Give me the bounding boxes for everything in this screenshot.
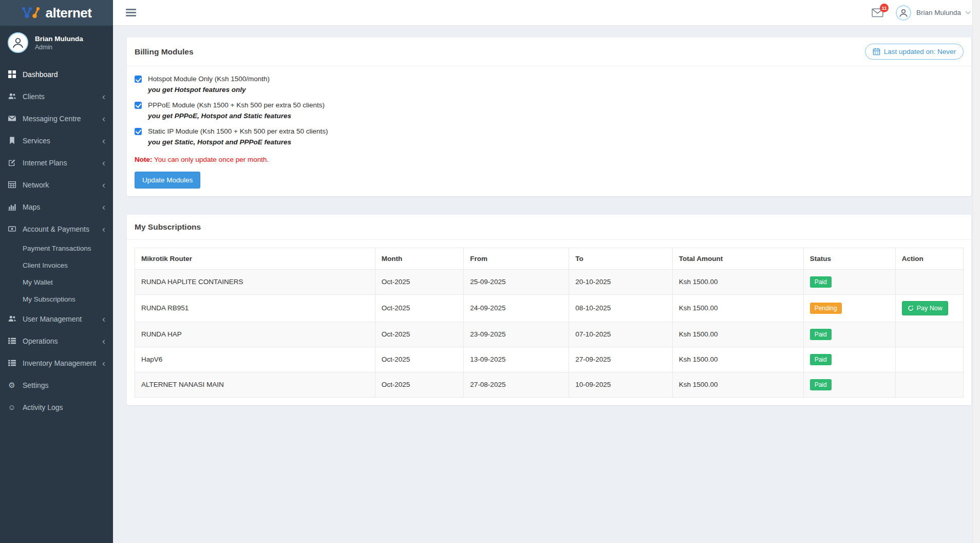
sidebar-subitem-my-wallet[interactable]: My Wallet	[0, 274, 113, 291]
column-header-to: To	[569, 248, 673, 269]
brand-name: alternet	[46, 6, 92, 20]
sidebar-subitem-my-subscriptions[interactable]: My Subscriptions	[0, 291, 113, 308]
users-icon	[8, 315, 16, 323]
list-icon	[8, 359, 16, 367]
sidebar-item-services[interactable]: Services‹	[0, 129, 113, 152]
module-label: Hotspot Module Only (Ksh 1500/month)	[148, 74, 270, 85]
to-cell: 27-09-2025	[569, 347, 673, 372]
sidebar-submenu: Payment TransactionsClient InvoicesMy Wa…	[0, 240, 113, 308]
main-content: Billing Modules Last updated on: Never H…	[113, 26, 980, 543]
user-avatar-icon	[896, 5, 911, 21]
action-cell	[895, 347, 963, 372]
sidebar-item-activity-logs[interactable]: ☺Activity Logs	[0, 396, 113, 418]
to-cell: 08-10-2025	[569, 294, 673, 322]
sidebar-item-label: Network	[23, 181, 49, 189]
table-row: RUNDA HAPOct-202523-09-202507-10-2025Ksh…	[135, 322, 964, 347]
subscriptions-panel: My Subscriptions Mikrotik RouterMonthFro…	[127, 215, 971, 405]
module-description: you get PPPoE, Hotspot and Static featur…	[148, 111, 325, 122]
sidebar-item-label: Services	[23, 137, 50, 145]
status-badge: Paid	[810, 329, 832, 340]
sidebar-item-label: Maps	[23, 203, 40, 211]
messages-icon[interactable]: 11	[872, 8, 883, 19]
sidebar-item-user-management[interactable]: User Management‹	[0, 308, 113, 330]
pay-now-button[interactable]: Pay Now	[902, 301, 948, 315]
sidebar-item-clients[interactable]: Clients‹	[0, 85, 113, 107]
module-checkbox[interactable]	[135, 128, 142, 135]
to-cell: 20-10-2025	[569, 269, 673, 294]
status-cell: Pending	[803, 294, 895, 322]
module-row: Static IP Module (Ksh 1500 + Ksh 500 per…	[135, 126, 964, 148]
update-modules-button[interactable]: Update Modules	[135, 172, 200, 189]
module-label: PPPoE Module (Ksh 1500 + Ksh 500 per ext…	[148, 100, 325, 111]
scrollbar[interactable]	[972, 0, 980, 543]
from-cell: 25-09-2025	[464, 269, 569, 294]
action-cell	[895, 322, 963, 347]
module-checkbox[interactable]	[135, 102, 142, 109]
status-cell: Paid	[803, 347, 895, 372]
amount-cell: Ksh 1500.00	[672, 269, 803, 294]
calendar-icon	[873, 48, 880, 55]
column-header-total-amount: Total Amount	[672, 248, 803, 269]
month-cell: Oct-2025	[375, 347, 464, 372]
edit-icon	[8, 159, 16, 167]
amount-cell: Ksh 1500.00	[672, 347, 803, 372]
gear-icon: ⚙	[8, 381, 16, 389]
sidebar-item-label: Messaging Centre	[23, 115, 81, 123]
sidebar-subitem-client-invoices[interactable]: Client Invoices	[0, 257, 113, 274]
table-row: ALTERNET NANASI MAINOct-202527-08-202510…	[135, 372, 964, 397]
status-cell: Paid	[803, 322, 895, 347]
module-description: you get Hotspot features only	[148, 85, 270, 96]
sidebar-item-label: Activity Logs	[23, 403, 63, 411]
amount-cell: Ksh 1500.00	[672, 294, 803, 322]
router-cell: HapV6	[135, 347, 375, 372]
sidebar: alternet Brian Mulunda Admin DashboardCl…	[0, 0, 113, 543]
column-header-month: Month	[375, 248, 464, 269]
sidebar-item-dashboard[interactable]: Dashboard	[0, 63, 113, 85]
module-row: Hotspot Module Only (Ksh 1500/month)you …	[135, 74, 964, 96]
status-cell: Paid	[803, 372, 895, 397]
last-updated-button[interactable]: Last updated on: Never	[865, 44, 964, 60]
sidebar-subitem-payment-transactions[interactable]: Payment Transactions	[0, 240, 113, 257]
user-menu[interactable]: Brian Mulunda	[896, 5, 970, 21]
to-cell: 07-10-2025	[569, 322, 673, 347]
list-icon	[8, 337, 16, 345]
month-cell: Oct-2025	[375, 322, 464, 347]
from-cell: 24-09-2025	[464, 294, 569, 322]
table-row: RUNDA HAPLITE CONTAINERSOct-202525-09-20…	[135, 269, 964, 294]
sidebar-item-operations[interactable]: Operations‹	[0, 330, 113, 352]
sidebar-item-inventory-management[interactable]: Inventory Management‹	[0, 352, 113, 374]
sidebar-item-network[interactable]: Network‹	[0, 174, 113, 196]
sidebar-menu: DashboardClients‹Messaging Centre‹Servic…	[0, 63, 113, 418]
users-icon	[8, 92, 16, 101]
sidebar-item-settings[interactable]: ⚙Settings	[0, 374, 113, 396]
sidebar-item-label: Internet Plans	[23, 159, 67, 167]
status-badge: Pending	[810, 303, 842, 314]
envelope-icon	[8, 115, 16, 123]
from-cell: 27-08-2025	[464, 372, 569, 397]
column-header-status: Status	[803, 248, 895, 269]
brand-logo[interactable]: alternet	[0, 0, 113, 26]
action-cell	[895, 372, 963, 397]
hamburger-menu-icon[interactable]	[126, 9, 136, 16]
router-cell: RUNDA HAPLITE CONTAINERS	[135, 269, 375, 294]
sidebar-item-messaging-centre[interactable]: Messaging Centre‹	[0, 107, 113, 129]
billing-modules-title: Billing Modules	[135, 47, 194, 57]
topbar-user-name: Brian Mulunda	[916, 9, 961, 16]
sidebar-item-maps[interactable]: Maps‹	[0, 196, 113, 218]
update-warning: Note: You can only update once per month…	[135, 156, 964, 163]
bar-chart-icon	[8, 203, 16, 211]
status-cell: Paid	[803, 269, 895, 294]
chevron-down-icon	[966, 9, 971, 14]
router-cell: ALTERNET NANASI MAIN	[135, 372, 375, 397]
table-row: RUNDA RB951Oct-202524-09-202508-10-2025K…	[135, 294, 964, 322]
subscriptions-table: Mikrotik RouterMonthFromToTotal AmountSt…	[135, 248, 964, 398]
status-badge: Paid	[810, 379, 832, 390]
column-header-action: Action	[895, 248, 963, 269]
action-cell: Pay Now	[895, 294, 963, 322]
amount-cell: Ksh 1500.00	[672, 372, 803, 397]
sidebar-item-account-payments[interactable]: Account & Payments‹	[0, 218, 113, 240]
module-checkbox[interactable]	[135, 76, 142, 83]
subscriptions-title: My Subscriptions	[135, 222, 201, 232]
last-updated-label: Last updated on: Never	[884, 48, 956, 55]
sidebar-item-internet-plans[interactable]: Internet Plans‹	[0, 152, 113, 174]
